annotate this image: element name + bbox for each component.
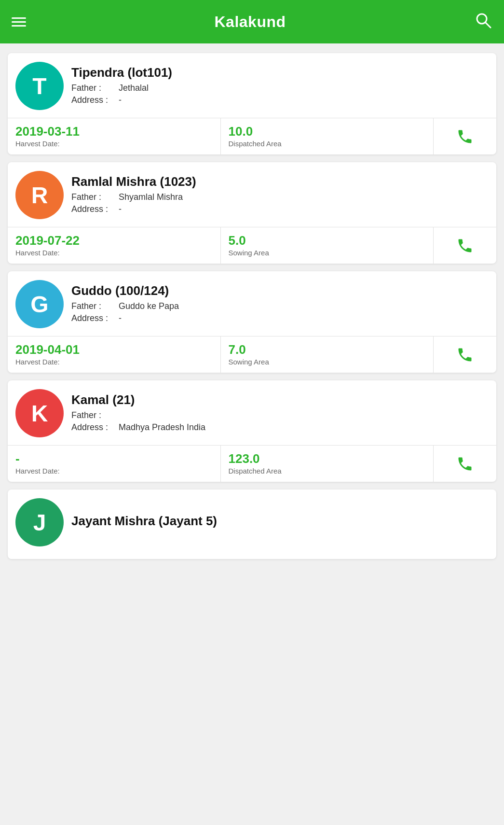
search-button[interactable]	[474, 11, 492, 33]
harvest-date-stat: - Harvest Date:	[8, 446, 221, 482]
stat-area-value: 5.0	[229, 234, 426, 247]
stat-area-value: 123.0	[229, 452, 426, 465]
farmer-father: Father : Jethalal	[71, 83, 489, 93]
address-label: Address :	[71, 95, 115, 105]
card-bottom: 2019-04-01 Harvest Date: 7.0 Sowing Area	[8, 336, 496, 373]
address-label: Address :	[71, 422, 115, 433]
call-button[interactable]	[434, 118, 496, 154]
address-value: Madhya Pradesh India	[119, 422, 205, 433]
card-top-2: R Ramlal Mishra (1023) Father : Shyamlal…	[8, 162, 496, 227]
card-top-1: T Tipendra (lot101) Father : Jethalal Ad…	[8, 53, 496, 118]
harvest-date-stat: 2019-03-11 Harvest Date:	[8, 118, 221, 154]
area-stat: 7.0 Sowing Area	[221, 336, 434, 373]
stat-date-value: -	[15, 452, 213, 465]
card-info: Jayant Mishra (Jayant 5)	[71, 514, 489, 531]
call-button[interactable]	[434, 336, 496, 373]
farmer-name: Tipendra (lot101)	[71, 65, 489, 80]
farmer-name: Kamal (21)	[71, 392, 489, 407]
father-label: Father :	[71, 192, 115, 202]
area-stat: 10.0 Dispatched Area	[221, 118, 434, 154]
card-top-3: G Guddo (100/124) Father : Guddo ke Papa…	[8, 271, 496, 336]
header-title: Kalakund	[214, 13, 286, 31]
stat-area-value: 10.0	[229, 125, 426, 138]
father-value: Jethalal	[119, 83, 149, 93]
farmer-card: J Jayant Mishra (Jayant 5)	[8, 489, 496, 559]
stat-area-value: 7.0	[229, 343, 426, 356]
farmer-name: Jayant Mishra (Jayant 5)	[71, 514, 489, 529]
farmer-address: Address : -	[71, 313, 489, 323]
stat-date-label: Harvest Date:	[15, 467, 213, 475]
farmer-card: T Tipendra (lot101) Father : Jethalal Ad…	[8, 53, 496, 154]
farmer-father: Father : Shyamlal Mishra	[71, 192, 489, 202]
menu-button[interactable]	[12, 17, 26, 27]
card-bottom: - Harvest Date: 123.0 Dispatched Area	[8, 445, 496, 482]
stat-area-label: Dispatched Area	[229, 467, 426, 475]
address-value: -	[119, 204, 122, 214]
avatar: K	[15, 389, 64, 437]
father-label: Father :	[71, 301, 115, 311]
farmer-father: Father : Guddo ke Papa	[71, 301, 489, 311]
stat-date-value: 2019-07-22	[15, 234, 213, 247]
father-label: Father :	[71, 83, 115, 93]
farmer-name: Guddo (100/124)	[71, 283, 489, 298]
card-info: Tipendra (lot101) Father : Jethalal Addr…	[71, 65, 489, 107]
farmer-card: K Kamal (21) Father : Address : Madhya P…	[8, 380, 496, 482]
call-button[interactable]	[434, 227, 496, 264]
address-value: -	[119, 313, 122, 323]
card-top-5: J Jayant Mishra (Jayant 5)	[8, 489, 496, 554]
card-bottom: 2019-07-22 Harvest Date: 5.0 Sowing Area	[8, 227, 496, 264]
stat-date-label: Harvest Date:	[15, 140, 213, 148]
farmer-card: R Ramlal Mishra (1023) Father : Shyamlal…	[8, 162, 496, 264]
card-bottom: 2019-03-11 Harvest Date: 10.0 Dispatched…	[8, 118, 496, 154]
stat-area-label: Sowing Area	[229, 358, 426, 366]
farmer-address: Address : Madhya Pradesh India	[71, 422, 489, 433]
avatar: G	[15, 280, 64, 328]
card-info: Kamal (21) Father : Address : Madhya Pra…	[71, 392, 489, 434]
svg-line-1	[486, 23, 490, 28]
farmer-address: Address : -	[71, 204, 489, 214]
father-label: Father :	[71, 410, 115, 420]
stat-area-label: Dispatched Area	[229, 140, 426, 148]
card-info: Ramlal Mishra (1023) Father : Shyamlal M…	[71, 174, 489, 216]
avatar: R	[15, 171, 64, 219]
call-button[interactable]	[434, 446, 496, 482]
address-value: -	[119, 95, 122, 105]
harvest-date-stat: 2019-04-01 Harvest Date:	[8, 336, 221, 373]
stat-date-label: Harvest Date:	[15, 358, 213, 366]
area-stat: 123.0 Dispatched Area	[221, 446, 434, 482]
avatar: J	[15, 498, 64, 546]
stat-date-value: 2019-03-11	[15, 125, 213, 138]
avatar: T	[15, 62, 64, 110]
app-header: Kalakund	[0, 0, 504, 43]
farmer-address: Address : -	[71, 95, 489, 105]
stat-date-label: Harvest Date:	[15, 249, 213, 257]
card-top-4: K Kamal (21) Father : Address : Madhya P…	[8, 380, 496, 445]
stat-area-label: Sowing Area	[229, 249, 426, 257]
content-area: T Tipendra (lot101) Father : Jethalal Ad…	[0, 43, 504, 569]
card-info: Guddo (100/124) Father : Guddo ke Papa A…	[71, 283, 489, 325]
father-value: Shyamlal Mishra	[119, 192, 183, 202]
harvest-date-stat: 2019-07-22 Harvest Date:	[8, 227, 221, 264]
farmer-father: Father :	[71, 410, 489, 420]
stat-date-value: 2019-04-01	[15, 343, 213, 356]
farmer-name: Ramlal Mishra (1023)	[71, 174, 489, 189]
father-value: Guddo ke Papa	[119, 301, 179, 311]
address-label: Address :	[71, 204, 115, 214]
farmer-card: G Guddo (100/124) Father : Guddo ke Papa…	[8, 271, 496, 373]
address-label: Address :	[71, 313, 115, 323]
area-stat: 5.0 Sowing Area	[221, 227, 434, 264]
